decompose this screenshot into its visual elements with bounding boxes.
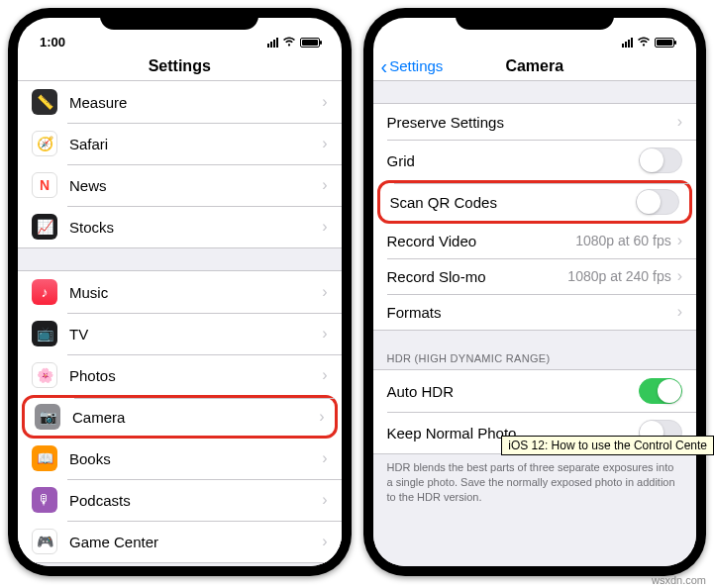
row-label: Stocks	[69, 219, 322, 236]
group-footer-hdr: HDR blends the best parts of three separ…	[373, 454, 697, 517]
row-grid[interactable]: Grid	[373, 140, 697, 181]
chevron-right-icon: ›	[322, 533, 327, 550]
tv-icon: 📺	[32, 321, 57, 346]
navbar: Settings	[18, 51, 342, 81]
chevron-right-icon: ›	[677, 267, 682, 285]
row-label: Music	[69, 284, 322, 301]
back-button[interactable]: ‹ Settings	[381, 56, 444, 76]
signal-icon	[622, 38, 633, 48]
chevron-right-icon: ›	[322, 325, 327, 343]
auto-hdr-toggle[interactable]	[639, 378, 682, 404]
row-safari[interactable]: 🧭 Safari ›	[18, 123, 342, 164]
status-right	[622, 36, 674, 49]
row-label: Record Slo-mo	[387, 268, 568, 285]
status-time: 1:00	[40, 35, 65, 49]
row-scan-qr-codes[interactable]: Scan QR Codes	[377, 180, 693, 224]
row-stocks[interactable]: 📈 Stocks ›	[18, 206, 342, 247]
row-formats[interactable]: Formats ›	[373, 294, 697, 330]
chevron-right-icon: ›	[322, 176, 327, 194]
row-label: News	[69, 177, 322, 194]
chevron-right-icon: ›	[322, 135, 327, 152]
status-time	[395, 35, 399, 49]
row-label: Grid	[387, 152, 640, 169]
signal-icon	[267, 38, 278, 48]
chevron-right-icon: ›	[322, 491, 327, 509]
row-photos[interactable]: 🌸 Photos ›	[18, 354, 342, 396]
books-icon: 📖	[32, 445, 57, 471]
row-books[interactable]: 📖 Books ›	[18, 438, 342, 479]
row-podcasts[interactable]: 🎙 Podcasts ›	[18, 479, 342, 521]
status-right	[267, 36, 320, 49]
safari-icon: 🧭	[32, 131, 57, 156]
row-label: Podcasts	[69, 492, 322, 509]
chevron-right-icon: ›	[322, 449, 327, 467]
chevron-right-icon: ›	[677, 232, 682, 249]
row-label: Record Video	[387, 233, 576, 249]
podcasts-icon: 🎙	[32, 487, 57, 513]
row-label: Game Center	[69, 534, 322, 550]
scan-qr-toggle[interactable]	[636, 189, 679, 215]
chevron-right-icon: ›	[322, 283, 327, 301]
row-label: TV	[69, 326, 322, 343]
camera-settings-list[interactable]: Preserve Settings › Grid Scan QR Codes R…	[373, 81, 697, 566]
news-icon: N	[32, 172, 57, 198]
row-auto-hdr[interactable]: Auto HDR	[373, 370, 697, 412]
chevron-right-icon: ›	[322, 366, 327, 384]
camera-icon: 📷	[35, 404, 60, 430]
battery-icon	[300, 38, 320, 48]
tooltip: iOS 12: How to use the Control Cente	[501, 436, 714, 455]
notch	[100, 8, 258, 30]
row-label: Books	[69, 450, 322, 467]
chevron-left-icon: ‹	[381, 56, 388, 76]
settings-list[interactable]: 📏 Measure › 🧭 Safari › N News › 📈 Stocks	[18, 81, 342, 566]
music-icon: ♪	[32, 279, 57, 305]
row-record-video[interactable]: Record Video 1080p at 60 fps ›	[373, 223, 697, 258]
row-gamecenter[interactable]: 🎮 Game Center ›	[18, 521, 342, 562]
row-label: Auto HDR	[387, 383, 640, 400]
chevron-right-icon: ›	[322, 218, 327, 236]
chevron-right-icon: ›	[677, 303, 682, 321]
row-detail: 1080p at 60 fps	[575, 233, 671, 248]
watermark: wsxdn.com	[652, 574, 706, 586]
row-label: Preserve Settings	[387, 114, 677, 131]
chevron-right-icon: ›	[319, 408, 324, 426]
row-news[interactable]: N News ›	[18, 164, 342, 206]
row-detail: 1080p at 240 fps	[567, 268, 670, 284]
row-label: Formats	[387, 304, 677, 321]
notch	[456, 8, 614, 30]
group-header-hdr: HDR (HIGH DYNAMIC RANGE)	[373, 331, 697, 369]
phone-right: ‹ Settings Camera Preserve Settings › Gr…	[363, 8, 707, 576]
row-tv[interactable]: 📺 TV ›	[18, 313, 342, 354]
battery-icon	[655, 38, 674, 48]
measure-icon: 📏	[32, 89, 57, 115]
row-preserve-settings[interactable]: Preserve Settings ›	[373, 104, 697, 140]
row-label: Camera	[72, 409, 319, 426]
row-label: Measure	[69, 94, 322, 111]
row-measure[interactable]: 📏 Measure ›	[18, 81, 342, 123]
chevron-right-icon: ›	[677, 113, 682, 131]
wifi-icon	[282, 36, 296, 49]
nav-title: Camera	[505, 57, 563, 75]
screen-settings: 1:00 Settings 📏 Measure › 🧭	[18, 18, 342, 566]
stocks-icon: 📈	[32, 214, 57, 240]
photos-icon: 🌸	[32, 362, 57, 388]
wifi-icon	[637, 36, 651, 49]
row-camera[interactable]: 📷 Camera ›	[22, 395, 338, 439]
row-record-slomo[interactable]: Record Slo-mo 1080p at 240 fps ›	[373, 258, 697, 294]
phone-left: 1:00 Settings 📏 Measure › 🧭	[8, 8, 352, 576]
row-music[interactable]: ♪ Music ›	[18, 271, 342, 313]
gamecenter-icon: 🎮	[32, 529, 57, 554]
screen-camera-settings: ‹ Settings Camera Preserve Settings › Gr…	[373, 18, 697, 566]
chevron-right-icon: ›	[322, 93, 327, 111]
row-label: Safari	[69, 136, 322, 152]
nav-title: Settings	[149, 57, 211, 75]
back-label: Settings	[389, 57, 443, 74]
row-label: Scan QR Codes	[390, 194, 637, 211]
navbar: ‹ Settings Camera	[373, 51, 697, 81]
row-label: Photos	[69, 367, 322, 384]
grid-toggle[interactable]	[639, 147, 682, 173]
